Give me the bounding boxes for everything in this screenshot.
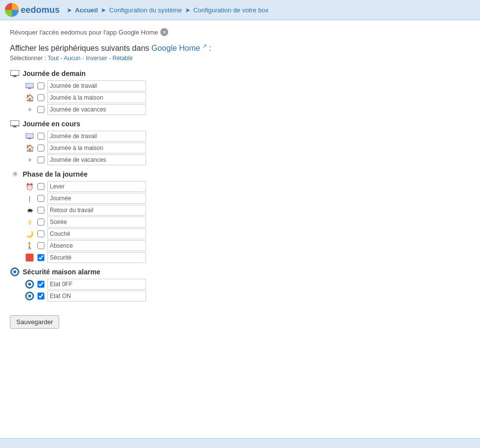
item-etat-0ff xyxy=(25,279,470,290)
checkbox-soiree[interactable] xyxy=(37,219,44,225)
nav-arrow-3: ➤ xyxy=(185,6,190,14)
input-soiree[interactable] xyxy=(47,217,146,227)
input-etat-0ff[interactable] xyxy=(47,279,146,290)
item-journee-vacances-cours: ✈ xyxy=(25,154,470,165)
svg-rect-5 xyxy=(28,89,32,89)
section-journee-demain-header: Journée de demain xyxy=(10,69,470,78)
target-icon xyxy=(10,267,20,277)
input-journee-maison-cours[interactable] xyxy=(47,143,146,153)
lamp-icon: 🕯 xyxy=(25,219,35,226)
circle-o-icon-1 xyxy=(25,280,35,289)
afficher-suffix: : xyxy=(209,44,211,52)
nav-arrow-1: ➤ xyxy=(67,6,72,14)
input-lever[interactable] xyxy=(47,181,146,192)
checkbox-securite[interactable] xyxy=(37,254,44,261)
section-securite-maison-header: Sécurité maison alarme xyxy=(10,267,470,277)
item-absence: 🚶 xyxy=(25,240,470,251)
checkbox-journee-vacances-cours[interactable] xyxy=(37,156,44,163)
checkbox-etat-0ff[interactable] xyxy=(37,281,44,288)
input-journee-phase[interactable] xyxy=(47,193,146,204)
monitor-icon-demain xyxy=(10,69,20,78)
plane-icon: ✈ xyxy=(25,107,35,113)
input-retour-travail[interactable] xyxy=(47,205,146,216)
sections-container: Journée de demain 🏠 ✈ xyxy=(10,69,470,301)
input-journee-travail-cours[interactable] xyxy=(47,131,146,142)
select-tout-link[interactable]: Tout xyxy=(48,55,59,62)
svg-rect-8 xyxy=(13,127,17,127)
plane-icon-2: ✈ xyxy=(25,157,35,163)
section-securite-maison: Sécurité maison alarme xyxy=(10,267,470,301)
revoke-close-button[interactable]: ✕ xyxy=(160,28,168,36)
select-inverser-link[interactable]: Inverser xyxy=(86,55,107,62)
security-red-icon xyxy=(25,254,35,261)
nav-config-sys[interactable]: Configuration du système xyxy=(109,6,182,14)
bottom-bar xyxy=(0,438,480,448)
svg-rect-4 xyxy=(29,88,31,89)
section-journee-cours-title: Journée en cours xyxy=(23,120,80,128)
sun-gray-icon: ☀ xyxy=(10,169,20,179)
checkbox-retour-travail[interactable] xyxy=(37,207,44,214)
section-journee-cours-header: Journée en cours xyxy=(10,119,470,129)
checkbox-etat-on[interactable] xyxy=(37,293,44,299)
checkbox-absence[interactable] xyxy=(37,242,44,249)
section-phase-journee: ☀ Phase de la journée ⏰ | 🌧 🕯 xyxy=(10,169,470,263)
input-journee-vacances-demain[interactable] xyxy=(47,104,146,115)
item-journee-travail-cours xyxy=(25,131,470,142)
circle-o-icon-2 xyxy=(25,292,35,300)
logo: eedomus xyxy=(5,3,60,17)
checkbox-journee-vacances-demain[interactable] xyxy=(37,106,44,113)
item-retour-travail: 🌧 xyxy=(25,205,470,216)
input-journee-travail-demain[interactable] xyxy=(47,80,146,91)
svg-rect-1 xyxy=(14,75,16,76)
save-button[interactable]: Sauvegarder xyxy=(10,315,59,329)
checkbox-journee-phase[interactable] xyxy=(37,195,44,202)
monitor-icon-2 xyxy=(25,133,35,139)
input-absence[interactable] xyxy=(47,240,146,251)
checkbox-journee-travail-demain[interactable] xyxy=(37,82,44,89)
svg-rect-11 xyxy=(28,139,32,140)
external-link-icon: ↗ xyxy=(202,43,207,49)
cloud-icon: 🌧 xyxy=(25,207,35,214)
item-lever: ⏰ xyxy=(25,181,470,192)
top-nav: eedomus ➤ Accueil ➤ Configuration du sys… xyxy=(0,0,480,20)
input-journee-vacances-cours[interactable] xyxy=(47,154,146,165)
checkbox-couche[interactable] xyxy=(37,230,44,237)
item-journee-travail-demain xyxy=(25,80,470,91)
svg-rect-10 xyxy=(29,138,31,139)
logo-icon xyxy=(5,3,19,17)
checkbox-lever[interactable] xyxy=(37,183,44,190)
section-journee-demain: Journée de demain 🏠 ✈ xyxy=(10,69,470,115)
google-home-link[interactable]: Google Home ↗ xyxy=(151,44,209,52)
section-phase-journee-title: Phase de la journée xyxy=(23,170,88,178)
tie-icon: | xyxy=(25,195,35,202)
checkbox-journee-maison-cours[interactable] xyxy=(37,145,44,151)
checkbox-journee-travail-cours[interactable] xyxy=(37,133,44,140)
item-journee-maison-demain: 🏠 xyxy=(25,92,470,103)
input-securite[interactable] xyxy=(47,252,146,263)
monitor-icon-cours xyxy=(10,119,20,129)
checkbox-journee-maison-demain[interactable] xyxy=(37,94,44,101)
input-etat-on[interactable] xyxy=(47,291,146,301)
nav-accueil[interactable]: Accueil xyxy=(75,6,98,14)
section-securite-maison-title: Sécurité maison alarme xyxy=(23,268,100,276)
section-journee-cours: Journée en cours 🏠 ✈ xyxy=(10,119,470,165)
home-orange-icon-2: 🏠 xyxy=(25,144,35,152)
svg-rect-7 xyxy=(14,126,16,127)
revoke-line: Révoquer l'accès eedomus pour l'app Goog… xyxy=(10,28,470,36)
nav-arrow-2: ➤ xyxy=(101,6,106,14)
select-aucun-link[interactable]: Aucun xyxy=(64,55,80,62)
nav-config-box[interactable]: Configuration de votre box xyxy=(193,6,268,14)
input-journee-maison-demain[interactable] xyxy=(47,92,146,103)
person-icon: 🚶 xyxy=(25,242,35,250)
select-retablir-link[interactable]: Rétablir xyxy=(112,55,133,62)
svg-rect-2 xyxy=(13,76,17,77)
alarm-icon: ⏰ xyxy=(25,183,35,190)
afficher-title: Afficher les périphériques suivants dans… xyxy=(10,43,470,53)
item-soiree: 🕯 xyxy=(25,217,470,227)
input-couche[interactable] xyxy=(47,228,146,239)
moon-icon: 🌙 xyxy=(25,230,35,238)
afficher-prefix: Afficher les périphériques suivants dans xyxy=(10,44,149,52)
item-journee-phase: | xyxy=(25,193,470,204)
revoke-text: Révoquer l'accès eedomus pour l'app Goog… xyxy=(10,29,158,36)
section-phase-journee-header: ☀ Phase de la journée xyxy=(10,169,470,179)
